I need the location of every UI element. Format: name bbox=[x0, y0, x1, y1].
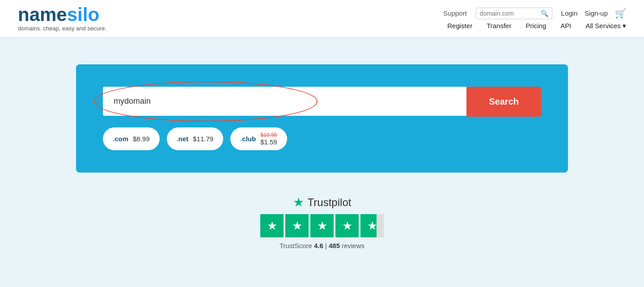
header-right: Support 🔍 Login Sign-up 🛒 Register Trans… bbox=[443, 8, 626, 30]
tld-pill-net[interactable]: .net $11.79 bbox=[167, 127, 224, 150]
trustscore-separator: | bbox=[325, 242, 327, 249]
trustpilot-stars: ★ ★ ★ ★ ★ bbox=[260, 214, 384, 237]
auth-links: Login Sign-up 🛒 bbox=[561, 8, 626, 19]
trustpilot-score-line: TrustScore 4.6 | 485 reviews bbox=[280, 242, 364, 249]
trustscore-reviews-label: reviews bbox=[342, 242, 364, 249]
header-search-box: 🔍 bbox=[476, 8, 552, 19]
tld-com-name: .com bbox=[113, 135, 128, 143]
trustpilot-header: ★ Trustpilot bbox=[293, 195, 352, 210]
trustpilot-star-1: ★ bbox=[260, 214, 284, 237]
tld-com-price: $8.99 bbox=[133, 135, 150, 143]
nav-transfer[interactable]: Transfer bbox=[487, 22, 511, 30]
nav-register[interactable]: Register bbox=[447, 22, 472, 30]
tld-club-prices: $10.99 $1.59 bbox=[260, 132, 277, 146]
nav-pricing[interactable]: Pricing bbox=[525, 22, 546, 30]
domain-input-wrapper bbox=[103, 87, 466, 117]
main-content: Search .com $8.99 .net $11.79 .club $10.… bbox=[0, 38, 644, 267]
logo-tagline: domains. cheap, easy and secure. bbox=[18, 25, 106, 32]
domain-search-input[interactable] bbox=[103, 87, 466, 116]
nav-all-services[interactable]: All Services ▾ bbox=[585, 22, 626, 30]
signup-link[interactable]: Sign-up bbox=[585, 9, 608, 17]
tld-net-name: .net bbox=[177, 135, 189, 143]
cart-icon[interactable]: 🛒 bbox=[615, 8, 626, 19]
trustpilot-star-3: ★ bbox=[310, 214, 334, 237]
login-link[interactable]: Login bbox=[561, 9, 578, 17]
trustpilot-section: ★ Trustpilot ★ ★ ★ ★ ★ TrustScore 4.6 | … bbox=[260, 195, 384, 249]
search-hero: Search .com $8.99 .net $11.79 .club $10.… bbox=[76, 64, 568, 173]
tld-pill-com[interactable]: .com $8.99 bbox=[103, 127, 160, 150]
search-button[interactable]: Search bbox=[466, 87, 541, 117]
trustpilot-logo-star: ★ bbox=[293, 195, 304, 210]
search-icon: 🔍 bbox=[541, 10, 548, 17]
trustpilot-star-4: ★ bbox=[335, 214, 359, 237]
header-top: Support 🔍 Login Sign-up 🛒 bbox=[443, 8, 626, 19]
logo-name: name bbox=[18, 4, 67, 25]
header-nav: Register Transfer Pricing API All Servic… bbox=[447, 22, 626, 30]
trustscore-count: 485 bbox=[329, 242, 340, 249]
support-link[interactable]: Support bbox=[443, 9, 467, 17]
domain-search-row: Search bbox=[103, 87, 541, 117]
trustpilot-star-2: ★ bbox=[285, 214, 309, 237]
logo-silo: silo bbox=[67, 4, 99, 25]
header-search-input[interactable] bbox=[480, 10, 538, 17]
trustpilot-name: Trustpilot bbox=[308, 196, 352, 209]
tld-club-original-price: $10.99 bbox=[260, 132, 277, 138]
trustpilot-star-5: ★ bbox=[360, 214, 384, 237]
tld-net-price: $11.79 bbox=[193, 135, 213, 143]
trustscore-label: TrustScore bbox=[280, 242, 312, 249]
tld-pills: .com $8.99 .net $11.79 .club $10.99 $1.5… bbox=[103, 127, 541, 150]
trustscore-value: 4.6 bbox=[314, 242, 323, 249]
tld-pill-club[interactable]: .club $10.99 $1.59 bbox=[230, 127, 287, 150]
tld-club-sale-price: $1.59 bbox=[260, 138, 277, 146]
site-header: namesilo domains. cheap, easy and secure… bbox=[0, 0, 644, 38]
logo: namesilo domains. cheap, easy and secure… bbox=[18, 5, 106, 32]
nav-api[interactable]: API bbox=[560, 22, 571, 30]
tld-club-name: .club bbox=[240, 135, 256, 143]
